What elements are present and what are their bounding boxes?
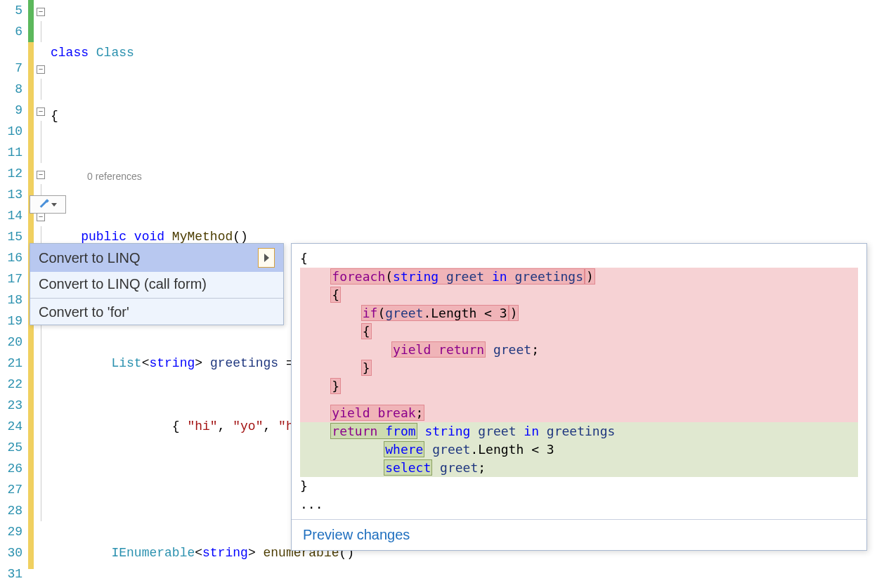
line-number: 23 [0,395,22,416]
line-number: 19 [0,311,22,332]
line-number: 13 [0,184,22,205]
line-number: 11 [0,142,22,163]
line-number: 31 [0,563,22,584]
line-number: 28 [0,500,22,521]
line-number: 27 [0,479,22,500]
type-name: List [111,356,141,370]
line-number: 7 [0,58,22,79]
diff-ellipsis: ... [300,495,858,514]
method-name: MyMethod [164,230,233,244]
line-number: 30 [0,542,22,563]
line-number: 16 [0,247,22,268]
line-number: 6 [0,21,22,42]
line-number: 20 [0,332,22,353]
menu-item-label: Convert to 'for' [39,304,129,320]
diff-removed-line: { [300,286,858,304]
line-number: 18 [0,289,22,311]
fold-toggle-icon[interactable]: − [37,8,45,16]
line-number: 21 [0,353,22,374]
type-name: IEnumerable [111,546,195,560]
line-number: 29 [0,521,22,542]
diff-added-line: return from string greet in greetings [300,422,858,440]
type-name: Class [89,46,134,60]
menu-item-convert-to-linq[interactable]: Convert to LINQ [30,244,283,272]
line-number: 25 [0,437,22,458]
keyword: void [126,230,164,244]
line-number: 9 [0,100,22,121]
quick-actions-menu: Convert to LINQ Convert to LINQ (call fo… [30,243,284,325]
identifier: greetings [202,356,278,370]
fold-toggle-icon[interactable]: − [37,213,45,221]
brace: { [48,105,877,126]
diff-removed-line: } [300,377,858,396]
line-number: 12 [0,163,22,184]
diff-removed-line: } [300,359,858,377]
menu-item-convert-to-linq-call[interactable]: Convert to LINQ (call form) [30,272,283,296]
diff-body: { foreach(string greet in greetings) { i… [292,244,866,519]
diff-removed-line: if(greet.Length < 3) [300,304,858,322]
keyword: class [51,46,89,60]
quick-actions-button[interactable] [30,195,66,214]
diff-removed-line: { [300,322,858,341]
line-number: 14 [0,205,22,226]
menu-separator [30,298,283,299]
fold-toggle-icon[interactable]: − [37,171,45,179]
diff-added-line: where greet.Length < 3 [300,440,858,459]
diff-removed-line [300,396,858,404]
keyword: public [81,230,126,244]
line-number: 24 [0,416,22,437]
diff-context: { [300,249,858,268]
menu-item-convert-to-for[interactable]: Convert to 'for' [30,300,283,325]
line-number: 5 [0,0,22,21]
menu-item-label: Convert to LINQ (call form) [39,276,207,292]
string-literal: "hi" [187,419,217,433]
fold-toggle-icon[interactable]: − [37,107,45,116]
line-number: 26 [0,458,22,479]
refactoring-preview-panel: { foreach(string greet in greetings) { i… [291,243,867,551]
preview-changes-link[interactable]: Preview changes [292,519,866,550]
parens: () [233,230,248,244]
line-number-gutter: 5 6 7 8 9 10 11 12 13 14 15 16 17 18 19 … [0,0,28,584]
chevron-down-icon [51,203,57,207]
diff-removed-line: foreach(string greet in greetings) [300,268,858,286]
string-literal: "yo" [233,419,263,433]
line-number: 22 [0,374,22,395]
line-number: 15 [0,226,22,247]
screwdriver-icon [39,200,48,209]
diff-context: } [300,477,858,495]
menu-item-label: Convert to LINQ [39,250,141,266]
line-number: 10 [0,121,22,142]
diff-added-line: select greet; [300,459,858,477]
submenu-arrow-icon[interactable] [258,248,275,268]
line-number: 17 [0,268,22,289]
diff-removed-line: yield return greet; [300,341,858,359]
codelens-references[interactable]: 0 references [48,169,877,184]
line-number: 8 [0,79,22,100]
diff-removed-line: yield break; [300,404,858,422]
fold-toggle-icon[interactable]: − [37,65,45,74]
